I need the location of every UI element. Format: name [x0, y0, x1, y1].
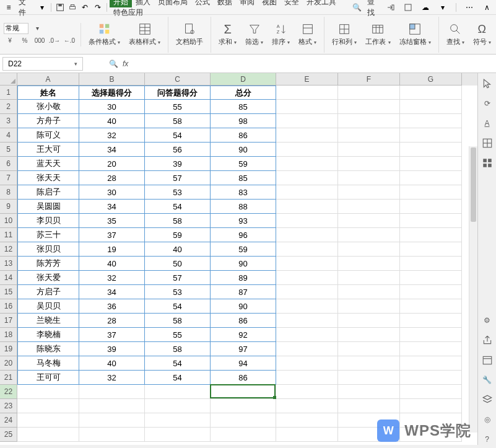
cell-G23[interactable] [400, 399, 462, 413]
col-header-F[interactable]: F [338, 73, 400, 86]
row-header-14[interactable]: 14 [0, 271, 17, 285]
cell-A10[interactable]: 李贝贝 [17, 214, 79, 228]
row-header-24[interactable]: 24 [0, 413, 17, 428]
cell-G10[interactable] [400, 214, 462, 228]
cell-F21[interactable] [338, 371, 400, 385]
cell-B2[interactable]: 30 [79, 100, 145, 114]
cell-C21[interactable]: 54 [145, 371, 211, 385]
cell-C23[interactable] [145, 399, 211, 413]
cloud-icon[interactable]: ☁ [420, 2, 430, 12]
cell-A5[interactable]: 王大可 [17, 143, 79, 157]
doc-helper-button[interactable]: 文档助手 [173, 21, 206, 48]
row-header-25[interactable]: 25 [0, 428, 17, 442]
name-box[interactable]: D22 ▾ [2, 57, 83, 71]
cell-C19[interactable]: 58 [145, 342, 211, 356]
cell-G18[interactable] [400, 328, 462, 342]
col-header-C[interactable]: C [145, 73, 211, 86]
cell-A2[interactable]: 张小敬 [17, 100, 79, 114]
cell-F8[interactable] [338, 185, 400, 200]
cell-A18[interactable]: 李晓楠 [17, 328, 79, 342]
cell-F14[interactable] [338, 271, 400, 285]
cell-D13[interactable]: 90 [211, 257, 276, 271]
cell-A20[interactable]: 马冬梅 [17, 356, 79, 371]
cell-G7[interactable] [400, 171, 462, 185]
target-icon[interactable]: ◎ [482, 414, 493, 425]
cell-B22[interactable] [79, 385, 145, 399]
cell-C14[interactable]: 57 [145, 271, 211, 285]
grid-icon[interactable] [482, 138, 493, 149]
cell-D20[interactable]: 94 [211, 356, 276, 371]
cell-G19[interactable] [400, 342, 462, 356]
save-icon[interactable] [56, 2, 64, 12]
row-header-4[interactable]: 4 [0, 128, 17, 143]
cell-E12[interactable] [276, 242, 338, 257]
cell-D24[interactable] [211, 413, 276, 428]
cell-E7[interactable] [276, 171, 338, 185]
row-header-9[interactable]: 9 [0, 200, 17, 214]
cell-B1[interactable]: 选择题得分 [79, 86, 145, 100]
cell-E13[interactable] [276, 257, 338, 271]
cell-E15[interactable] [276, 285, 338, 299]
table-style-button[interactable]: 表格样式 ▾ [126, 21, 163, 48]
more-icon[interactable]: ⋯ [464, 2, 474, 12]
cell-E18[interactable] [276, 328, 338, 342]
cell-F10[interactable] [338, 214, 400, 228]
scrollbar-vertical[interactable] [469, 146, 477, 433]
cell-D5[interactable]: 90 [211, 143, 276, 157]
cell-A25[interactable] [17, 428, 79, 442]
cell-F2[interactable] [338, 100, 400, 114]
decrease-decimal-icon[interactable]: ←.0 [63, 35, 76, 46]
row-header-2[interactable]: 2 [0, 100, 17, 114]
undo-icon[interactable]: ↶ [80, 2, 89, 12]
row-header-11[interactable]: 11 [0, 228, 17, 242]
cell-E14[interactable] [276, 271, 338, 285]
refresh-icon[interactable]: ⟳ [482, 98, 493, 109]
row-header-5[interactable]: 5 [0, 143, 17, 157]
cell-F16[interactable] [338, 299, 400, 314]
cell-C13[interactable]: 50 [145, 257, 211, 271]
tab-数据[interactable]: 数据 [214, 0, 236, 7]
cell-E11[interactable] [276, 228, 338, 242]
layers-icon[interactable] [482, 394, 493, 405]
cell-D14[interactable]: 89 [211, 271, 276, 285]
col-header-G[interactable]: G [400, 73, 462, 86]
cell-E2[interactable] [276, 100, 338, 114]
cell-D6[interactable]: 59 [211, 157, 276, 171]
cell-F19[interactable] [338, 342, 400, 356]
tab-公式[interactable]: 公式 [191, 0, 214, 7]
cell-G8[interactable] [400, 185, 462, 200]
cell-E6[interactable] [276, 157, 338, 171]
cell-F6[interactable] [338, 157, 400, 171]
cell-G9[interactable] [400, 200, 462, 214]
sort-button[interactable]: AZ 排序 ▾ [269, 21, 292, 48]
cell-E17[interactable] [276, 314, 338, 328]
cell-B20[interactable]: 40 [79, 356, 145, 371]
cell-A23[interactable] [17, 399, 79, 413]
formula-input[interactable] [132, 57, 494, 71]
cell-A6[interactable]: 蓝天天 [17, 157, 79, 171]
find-button[interactable]: 查找 ▾ [444, 21, 467, 48]
cell-A22[interactable] [17, 385, 79, 399]
cell-F23[interactable] [338, 399, 400, 413]
share-icon[interactable] [386, 2, 396, 12]
cell-B11[interactable]: 37 [79, 228, 145, 242]
cell-C17[interactable]: 58 [145, 314, 211, 328]
cell-C7[interactable]: 57 [145, 171, 211, 185]
row-header-1[interactable]: 1 [0, 86, 17, 100]
cell-B17[interactable]: 28 [79, 314, 145, 328]
symbol-button[interactable]: Ω 符号 ▾ [471, 21, 494, 48]
percent-icon[interactable]: % [19, 35, 31, 46]
cell-G17[interactable] [400, 314, 462, 328]
cell-E21[interactable] [276, 371, 338, 385]
freeze-button[interactable]: 冻结窗格 ▾ [397, 21, 433, 48]
row-header-19[interactable]: 19 [0, 342, 17, 356]
format-button[interactable]: 格式 ▾ [296, 21, 319, 48]
cell-C6[interactable]: 39 [145, 157, 211, 171]
cell-F1[interactable] [338, 86, 400, 100]
cell-G14[interactable] [400, 271, 462, 285]
cell-A15[interactable]: 方启子 [17, 285, 79, 299]
cell-F18[interactable] [338, 328, 400, 342]
cell-E20[interactable] [276, 356, 338, 371]
cell-G20[interactable] [400, 356, 462, 371]
row-header-3[interactable]: 3 [0, 114, 17, 128]
